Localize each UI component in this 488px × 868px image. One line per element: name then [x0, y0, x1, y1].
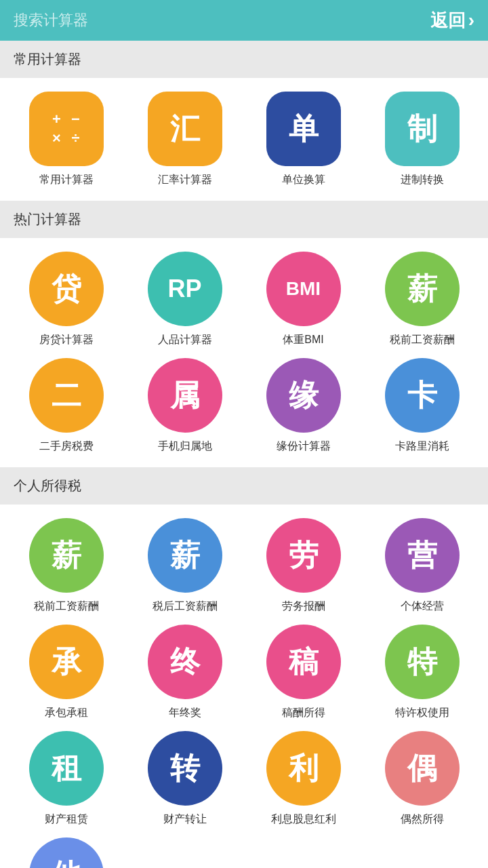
- label-unit-conv: 单位换算: [282, 173, 325, 187]
- label-rp-calc: 人品计算器: [158, 333, 212, 347]
- icon-dividend: 利: [266, 731, 341, 806]
- grid-item-franchise[interactable]: 特特许权使用: [363, 625, 481, 720]
- label-occasional: 偶然所得: [401, 812, 444, 827]
- grid-item-calorie-calc[interactable]: 卡卡路里消耗: [363, 358, 481, 454]
- icon-phone-loc: 属: [148, 358, 222, 433]
- icon-sole-prop: 营: [385, 518, 460, 593]
- icon-pretax-salary: 薪: [29, 518, 104, 593]
- grid-item-labor-pay[interactable]: 劳劳务报酬: [244, 518, 363, 614]
- grid-section-income-tax: 薪税前工资薪酬薪税后工资薪酬劳劳务报酬营个体经营承承包承租终年终奖稿稿酬所得特特…: [0, 505, 488, 868]
- icon-exchange-calc: 汇: [148, 92, 222, 166]
- grid-item-secondhand-tax[interactable]: 二二手房税费: [7, 358, 125, 454]
- grid-item-occasional[interactable]: 偶偶然所得: [363, 731, 481, 827]
- label-franchise: 特许权使用: [395, 706, 449, 720]
- grid-item-phone-loc[interactable]: 属手机归属地: [125, 358, 244, 454]
- label-dividend: 利息股息红利: [271, 812, 336, 827]
- label-contract-rent: 承包承租: [45, 706, 88, 720]
- grid-item-salary-calc[interactable]: 薪税前工资薪酬: [363, 252, 481, 347]
- grid-item-contract-rent[interactable]: 承承包承租: [7, 625, 125, 720]
- icon-year-bonus: 终: [148, 625, 222, 699]
- label-property-rent: 财产租赁: [45, 812, 88, 827]
- grid-item-year-bonus[interactable]: 终年终奖: [125, 625, 244, 720]
- label-fate-calc: 缘份计算器: [277, 439, 331, 454]
- grid-common: +−×÷常用计算器汇汇率计算器单单位换算制进制转换: [7, 92, 481, 187]
- grid-item-dividend[interactable]: 利利息股息红利: [244, 731, 363, 827]
- icon-property-trans: 转: [148, 731, 222, 806]
- grid-item-sole-prop[interactable]: 营个体经营: [363, 518, 481, 614]
- grid-item-unit-conv[interactable]: 单单位换算: [244, 92, 363, 187]
- section-header-income-tax: 个人所得税: [0, 467, 488, 505]
- label-secondhand-tax: 二手房税费: [39, 439, 94, 454]
- label-calorie-calc: 卡路里消耗: [395, 439, 449, 454]
- label-common-calc: 常用计算器: [39, 173, 94, 187]
- icon-common-calc: +−×÷: [29, 92, 104, 166]
- grid-item-bmi-calc[interactable]: BMI体重BMI: [244, 252, 363, 347]
- icon-bmi-calc: BMI: [266, 252, 341, 326]
- grid-income-tax: 薪税前工资薪酬薪税后工资薪酬劳劳务报酬营个体经营承承包承租终年终奖稿稿酬所得特特…: [7, 518, 481, 868]
- back-chevron-icon: ›: [468, 9, 474, 31]
- section-header-common: 常用计算器: [0, 41, 488, 78]
- grid-item-fate-calc[interactable]: 缘缘份计算器: [244, 358, 363, 454]
- label-sole-prop: 个体经营: [401, 599, 444, 614]
- icon-calorie-calc: 卡: [385, 358, 460, 433]
- label-aftertax-salary: 税后工资薪酬: [152, 599, 218, 614]
- grid-popular: 贷房贷计算器RP人品计算器BMI体重BMI薪税前工资薪酬二二手房税费属手机归属地…: [7, 252, 481, 454]
- icon-salary-calc: 薪: [385, 252, 460, 326]
- icon-contract-rent: 承: [29, 625, 104, 699]
- icon-secondhand-tax: 二: [29, 358, 104, 433]
- grid-item-mortgage-calc[interactable]: 贷房贷计算器: [7, 252, 125, 347]
- grid-item-common-calc[interactable]: +−×÷常用计算器: [7, 92, 125, 187]
- grid-item-aftertax-salary[interactable]: 薪税后工资薪酬: [125, 518, 244, 614]
- grid-item-other[interactable]: 他他: [7, 837, 125, 868]
- label-exchange-calc: 汇率计算器: [158, 173, 212, 187]
- back-button[interactable]: 返回 ›: [430, 9, 474, 33]
- grid-item-property-rent[interactable]: 租财产租赁: [7, 731, 125, 827]
- label-phone-loc: 手机归属地: [158, 439, 212, 454]
- header-title: 搜索计算器: [14, 10, 88, 31]
- label-base-conv: 进制转换: [401, 173, 444, 187]
- grid-item-manuscript[interactable]: 稿稿酬所得: [244, 625, 363, 720]
- grid-item-base-conv[interactable]: 制进制转换: [363, 92, 481, 187]
- back-label: 返回: [430, 9, 466, 33]
- icon-labor-pay: 劳: [266, 518, 341, 593]
- grid-item-exchange-calc[interactable]: 汇汇率计算器: [125, 92, 244, 187]
- label-pretax-salary: 税前工资薪酬: [34, 599, 99, 614]
- icon-manuscript: 稿: [266, 625, 341, 699]
- grid-item-property-trans[interactable]: 转财产转让: [125, 731, 244, 827]
- label-mortgage-calc: 房贷计算器: [39, 333, 94, 347]
- label-salary-calc: 税前工资薪酬: [390, 333, 455, 347]
- app-header: 搜索计算器 返回 ›: [0, 0, 488, 41]
- grid-section-popular: 贷房贷计算器RP人品计算器BMI体重BMI薪税前工资薪酬二二手房税费属手机归属地…: [0, 238, 488, 467]
- icon-unit-conv: 单: [266, 92, 341, 166]
- icon-franchise: 特: [385, 625, 460, 699]
- icon-base-conv: 制: [385, 92, 460, 166]
- label-manuscript: 稿酬所得: [282, 706, 325, 720]
- label-year-bonus: 年终奖: [169, 706, 201, 720]
- grid-section-common: +−×÷常用计算器汇汇率计算器单单位换算制进制转换: [0, 78, 488, 201]
- icon-occasional: 偶: [385, 731, 460, 806]
- grid-item-rp-calc[interactable]: RP人品计算器: [125, 252, 244, 347]
- icon-other: 他: [29, 837, 104, 868]
- icon-mortgage-calc: 贷: [29, 252, 104, 326]
- section-header-popular: 热门计算器: [0, 201, 488, 238]
- label-labor-pay: 劳务报酬: [282, 599, 325, 614]
- icon-aftertax-salary: 薪: [148, 518, 222, 593]
- content-area: 常用计算器+−×÷常用计算器汇汇率计算器单单位换算制进制转换热门计算器贷房贷计算…: [0, 41, 488, 868]
- icon-property-rent: 租: [29, 731, 104, 806]
- icon-rp-calc: RP: [148, 252, 222, 326]
- icon-fate-calc: 缘: [266, 358, 341, 433]
- label-bmi-calc: 体重BMI: [283, 333, 323, 347]
- grid-item-pretax-salary[interactable]: 薪税前工资薪酬: [7, 518, 125, 614]
- label-property-trans: 财产转让: [163, 812, 207, 827]
